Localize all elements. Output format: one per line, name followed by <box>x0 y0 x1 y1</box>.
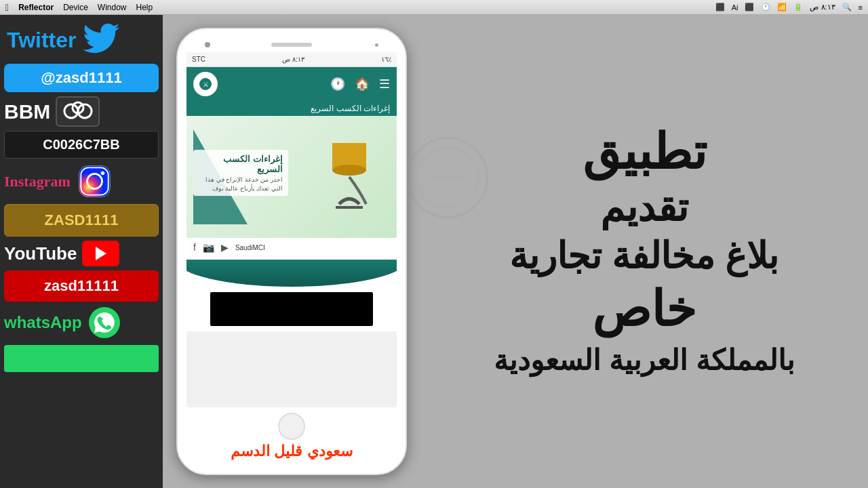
sub-header-text: إغراءات الكسب السريع <box>311 104 390 113</box>
trap-body1: احذر من خدعة الإنراح في هذا <box>199 176 283 183</box>
insta-sm-icon: 📷 <box>203 242 214 253</box>
social-name-label: SaudiMCI <box>235 244 265 251</box>
watermark: watermark <box>407 137 488 218</box>
social-row: f 📷 ▶ SaudiMCI <box>186 238 397 257</box>
arabic-line4: خاص <box>592 283 696 336</box>
yt-sm-icon: ▶ <box>221 242 229 253</box>
username-badge[interactable]: @zasd1111 <box>4 64 159 92</box>
phone-camera <box>205 42 210 47</box>
bbm-section: BBM <box>4 96 159 127</box>
twitter-bird-icon <box>82 23 123 57</box>
bbm-id-badge[interactable]: C0026C7BB <box>4 131 159 159</box>
menubar:  Reflector Device Window Help ⬛ Ai ⬛ 🕐 … <box>0 0 868 15</box>
arabic-line1: تطبيق <box>583 125 707 179</box>
phone-screen: STC ٨:١٣ ص ١٦٪ ⚔ 🕐 🏠 ☰ <box>186 52 397 407</box>
wifi-icon: 📶 <box>777 3 787 12</box>
menu-time: ٨:١٣ ص <box>810 3 835 12</box>
green-bar <box>4 345 159 372</box>
right-panel: تطبيق تقديم بلاغ مخالفة تجارية خاص بالمم… <box>420 15 868 488</box>
svg-rect-3 <box>79 166 110 197</box>
whatsapp-section: whatsApp <box>4 306 159 340</box>
whatsapp-label: whatsApp <box>4 313 82 332</box>
zasd-badge[interactable]: ZASD1111 <box>4 204 159 237</box>
instagram-section: Instagram <box>4 163 159 200</box>
youtube-label: YouTube <box>4 243 77 264</box>
phone-speaker <box>271 43 312 47</box>
status-time: ٨:١٣ ص <box>282 56 304 63</box>
menu-nav-icon[interactable]: ☰ <box>379 77 390 92</box>
phone-device: STC ٨:١٣ ص ١٦٪ ⚔ 🕐 🏠 ☰ <box>176 28 407 475</box>
phone-caption: سعودي قليل الدسم <box>231 443 352 460</box>
carrier-label: STC <box>192 56 205 63</box>
twitter-section: Twitter <box>4 20 159 60</box>
svg-text:watermark: watermark <box>428 174 467 183</box>
bbm-logo-icon <box>56 96 100 127</box>
app-content: إغراءات الكسب السريع احذر من خدعة الإنرا… <box>186 116 397 331</box>
svg-point-2 <box>78 104 92 118</box>
svg-point-5 <box>100 171 104 176</box>
youtube-section: YouTube <box>4 241 159 266</box>
sidebar: Twitter @zasd1111 BBM C0026C7BB Instagra… <box>0 15 163 488</box>
youtube-play-icon <box>96 247 106 260</box>
trap-image-area: إغراءات الكسب السريع احذر من خدعة الإنرا… <box>186 116 397 238</box>
phone-dot <box>375 43 378 47</box>
phone-top <box>184 43 399 47</box>
menubar-right: ⬛ Ai ⬛ 🕐 📶 🔋 ٨:١٣ ص 🔍 ≡ <box>715 3 863 12</box>
search-icon[interactable]: 🔍 <box>842 3 852 12</box>
home-button[interactable] <box>278 413 305 440</box>
apple-menu[interactable]:  <box>5 2 9 13</box>
svg-point-0 <box>64 104 78 118</box>
arabic-line2: تقديم <box>600 186 688 229</box>
device-menu[interactable]: Device <box>63 3 88 12</box>
svg-point-12 <box>332 165 366 176</box>
status-bar: STC ٨:١٣ ص ١٦٪ <box>186 52 397 67</box>
censored-bar <box>210 292 373 326</box>
instagram-icon <box>76 163 113 200</box>
home-nav-icon[interactable]: 🏠 <box>355 77 370 92</box>
app-text-overlay: إغراءات الكسب السريع احذر من خدعة الإنرا… <box>193 150 288 196</box>
sub-header: إغراءات الكسب السريع <box>186 101 397 116</box>
window-menu[interactable]: Window <box>98 3 127 12</box>
battery-status: ١٦٪ <box>381 56 391 63</box>
bbm-label: BBM <box>4 100 50 123</box>
menubar-left:  Reflector Device Window Help <box>5 2 153 13</box>
list-icon[interactable]: ≡ <box>859 3 863 12</box>
phone-container: STC ٨:١٣ ص ١٦٪ ⚔ 🕐 🏠 ☰ <box>163 15 420 488</box>
clock-icon: 🕐 <box>761 3 770 12</box>
trap-title: إغراءات الكسب السريع <box>199 154 283 174</box>
zasd-red-badge[interactable]: zasd11111 <box>4 270 159 302</box>
help-menu[interactable]: Help <box>136 3 153 12</box>
clock-nav-icon[interactable]: 🕐 <box>330 77 345 92</box>
reflector-menu[interactable]: Reflector <box>18 3 54 12</box>
youtube-icon <box>82 241 119 266</box>
main-content: Twitter @zasd1111 BBM C0026C7BB Instagra… <box>0 15 868 488</box>
svg-text:⚔: ⚔ <box>203 81 209 88</box>
fb-icon: f <box>193 242 196 253</box>
ai-icon: Ai <box>732 3 738 12</box>
screen-icon: ⬛ <box>715 3 725 12</box>
trap-body2: التي تعدك بأرباح عالية بوف <box>199 185 283 192</box>
twitter-label: Twitter <box>7 28 77 53</box>
nav-icons: 🕐 🏠 ☰ <box>330 77 390 92</box>
wave-footer <box>186 260 397 287</box>
app-navbar: ⚔ 🕐 🏠 ☰ <box>186 67 397 101</box>
arabic-line5: بالمملكة العربية السعودية <box>494 344 794 378</box>
money-trap-visual <box>312 129 387 220</box>
arabic-line3: بلاغ مخالفة تجارية <box>509 236 778 276</box>
battery-icon: 🔋 <box>793 3 803 12</box>
app-logo: ⚔ <box>193 72 218 96</box>
instagram-label: Instagram <box>4 173 71 190</box>
whatsapp-icon <box>87 306 121 340</box>
screen2-icon: ⬛ <box>745 3 754 12</box>
phone-bottom <box>278 413 305 440</box>
